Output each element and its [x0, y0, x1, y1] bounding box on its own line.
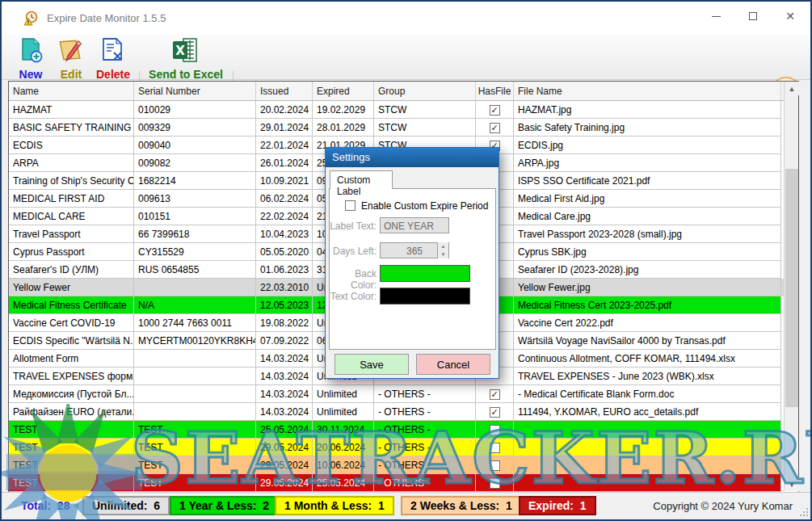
cell-filename — [514, 421, 781, 439]
cell-name: Medical Fitness Certificate — [9, 296, 134, 314]
cell-expired: Unlimited — [313, 403, 374, 421]
cell-serial: TEST — [134, 456, 256, 474]
cell-group: - OTHERS - — [374, 474, 476, 492]
cell-hasfile — [476, 474, 514, 492]
label-text-label: Label Text: — [329, 221, 377, 232]
svg-text:X: X — [175, 44, 185, 58]
table-row[interactable]: TESTTEST25.05.202430.11.2024- OTHERS - — [9, 421, 798, 439]
cell-issued: 14.03.2024 — [256, 350, 313, 368]
cell-filename — [514, 474, 781, 492]
cell-hasfile — [476, 439, 514, 456]
table-row[interactable]: BASIC SAFETY TRAINING00932929.01.202428.… — [9, 119, 798, 137]
resize-grip[interactable] — [800, 508, 808, 516]
cell-name: Yellow Fewer — [9, 279, 134, 296]
cancel-button[interactable]: Cancel — [416, 354, 490, 375]
stepper-down-icon[interactable]: ▼ — [438, 250, 448, 258]
cell-filename: 111494, Y.KOMAR, EURO acc_details.pdf — [514, 403, 781, 421]
send-to-excel-button[interactable]: X Send to Excel — [143, 36, 229, 81]
titlebar: Expire Date Monitor 1.5.5 ✕ — [2, 2, 810, 34]
cell-filename: - Medical Certificate Blank Form.doc — [514, 385, 781, 403]
edit-button[interactable]: Edit — [52, 36, 90, 81]
cell-name: Seafarer's ID (УЛМ) — [9, 261, 134, 279]
table-row[interactable]: TESTTEST29.05.202425.05.2024- OTHERS - — [9, 474, 798, 492]
hasfile-checkbox-checked[interactable]: ✓ — [490, 389, 500, 400]
cell-expired: 10.06.2024 — [313, 456, 374, 474]
cell-issued: 22.03.2010 — [256, 279, 313, 296]
cell-issued: 29.05.2024 — [256, 474, 313, 492]
cell-filename: HAZMAT.jpg — [514, 101, 781, 119]
cell-serial: 1682214 — [134, 172, 256, 190]
cell-group: - OTHERS - — [374, 385, 476, 403]
cell-serial: TEST — [134, 421, 256, 439]
app-clock-warning-icon — [23, 11, 39, 30]
column-header-name[interactable]: Name — [9, 82, 134, 100]
cell-filename: Travel Passport 2023-2028 (small).jpg — [514, 225, 781, 243]
one-year-count-badge: 1 Year & Less: 2 — [170, 496, 279, 515]
back-color-swatch[interactable] — [380, 265, 470, 282]
column-header-hasfile[interactable]: HasFile — [476, 82, 514, 100]
delete-button[interactable]: Delete — [90, 36, 136, 81]
hasfile-checkbox-unchecked[interactable] — [490, 443, 500, 453]
column-header-expired[interactable]: Expired — [313, 82, 374, 100]
column-header-issued[interactable]: Issued — [256, 82, 313, 100]
cell-hasfile — [476, 456, 514, 474]
days-left-stepper[interactable]: 365 ▲▼ — [380, 242, 449, 258]
hasfile-checkbox-checked[interactable]: ✓ — [490, 105, 500, 116]
cell-name: TEST — [9, 456, 134, 474]
cell-expired: 30.11.2024 — [313, 421, 374, 439]
minimize-button[interactable] — [697, 2, 734, 31]
scroll-up-icon[interactable]: ▲ — [785, 82, 799, 95]
hasfile-checkbox-unchecked[interactable] — [490, 478, 500, 489]
tab-custom-label[interactable]: Custom Label — [330, 170, 393, 189]
hasfile-checkbox-checked[interactable]: ✓ — [490, 123, 500, 133]
cell-serial: 009613 — [134, 190, 256, 208]
cell-name: Райфайзен EURO (детали... — [9, 403, 134, 421]
expired-count-badge: Expired: 1 — [519, 496, 596, 515]
column-header-group[interactable]: Group — [374, 82, 476, 100]
cell-name: TRAVEL EXPENSES форма — [9, 368, 134, 385]
cell-serial: 1000 2744 7663 0011 — [134, 314, 256, 332]
new-button[interactable]: New — [11, 36, 50, 81]
column-header-filename[interactable]: File Name — [514, 82, 781, 100]
stepper-up-icon[interactable]: ▲ — [438, 242, 448, 250]
cell-issued: 22.02.2024 — [256, 208, 313, 225]
window-title: Expire Date Monitor 1.5.5 — [47, 12, 166, 24]
cell-filename: Medical First Aid.jpg — [514, 190, 781, 208]
vertical-scrollbar[interactable]: ▲ ▼ — [784, 82, 798, 491]
table-row[interactable]: TESTTEST29.05.202420.06.2024- OTHERS - — [9, 439, 798, 456]
hasfile-checkbox-unchecked[interactable] — [490, 425, 500, 435]
hasfile-checkbox-checked[interactable]: ✓ — [490, 407, 500, 418]
hasfile-checkbox-unchecked[interactable] — [490, 460, 500, 471]
cell-group: STCW — [374, 101, 476, 119]
settings-dialog-titlebar[interactable]: Settings — [326, 148, 499, 167]
text-color-swatch[interactable] — [380, 288, 470, 305]
cell-name: ARPA — [9, 154, 134, 172]
cell-filename: Continuous Allotment, COFF KOMAR, 111494… — [514, 350, 781, 368]
two-weeks-count-badge: 2 Weeks & Less: 1 — [401, 496, 522, 515]
cell-serial — [134, 350, 256, 368]
cell-issued: 01.06.2023 — [256, 261, 313, 279]
table-row[interactable]: Медкомиссия (Пустой Бл...14.03.2024Unlim… — [9, 385, 798, 403]
days-left-value: 365 — [406, 246, 423, 257]
stepper-arrows[interactable]: ▲▼ — [437, 242, 448, 258]
cell-serial: TEST — [134, 439, 256, 456]
column-header-serial[interactable]: Serial Number — [134, 82, 256, 100]
cell-serial — [134, 368, 256, 385]
checkbox-box[interactable] — [345, 200, 356, 211]
table-row[interactable]: Райфайзен EURO (детали...14.03.2024Unlim… — [9, 403, 798, 421]
table-row[interactable]: HAZMAT01002920.02.202419.02.2029STCW✓HAZ… — [9, 101, 798, 119]
scroll-down-icon[interactable]: ▼ — [785, 477, 799, 491]
cell-expired: 25.05.2024 — [313, 474, 374, 492]
close-button[interactable]: ✕ — [772, 2, 809, 31]
label-text-input[interactable]: ONE YEAR — [380, 217, 449, 233]
send-to-excel-label: Send to Excel — [143, 68, 229, 81]
cell-name: Медкомиссия (Пустой Бл... — [9, 385, 134, 403]
delete-document-icon — [99, 53, 128, 66]
maximize-button[interactable] — [734, 2, 772, 31]
table-row[interactable]: TESTTEST29.05.202410.06.2024- OTHERS - — [9, 456, 798, 474]
enable-custom-expire-checkbox[interactable]: Enable Custom Expire Period — [345, 198, 488, 212]
cell-hasfile: ✓ — [476, 119, 514, 137]
save-button[interactable]: Save — [334, 354, 409, 375]
cell-hasfile: ✓ — [476, 403, 514, 421]
scrollbar-thumb[interactable] — [785, 169, 798, 407]
